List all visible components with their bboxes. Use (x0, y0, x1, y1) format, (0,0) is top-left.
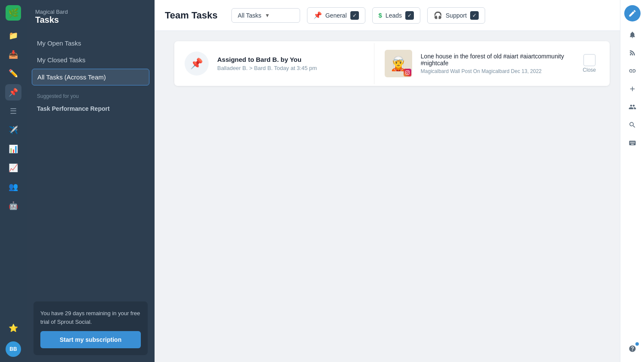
check-icon-leads: ✓ (405, 11, 414, 20)
task-card-left: 📌 Assigned to Bard B. by You Balladeer B… (174, 43, 374, 84)
task-meta: Balladeer B. > Bard B. Today at 3:45 pm (217, 65, 317, 71)
sidebar-nav: My Open Tasks My Closed Tasks All Tasks … (27, 35, 155, 85)
rail-icon-send[interactable]: ✈️ (5, 122, 21, 138)
sidebar-item-closed-tasks[interactable]: My Closed Tasks (32, 52, 149, 68)
chevron-down-icon: ▼ (265, 12, 270, 18)
sidebar-item-open-tasks[interactable]: My Open Tasks (32, 35, 149, 51)
check-icon-general: ✓ (350, 11, 359, 20)
instagram-icon (404, 69, 411, 76)
rail-icon-team[interactable]: 👥 (5, 179, 21, 195)
user-avatar[interactable]: BB (6, 341, 21, 357)
topbar: Team Tasks All Tasks ▼ 📌 General ✓ $ Lea… (155, 0, 620, 31)
rail-icon-list[interactable]: ☰ (5, 103, 21, 119)
task-right-info: Lone house in the forest of old #aiart #… (421, 53, 571, 74)
rail-icon-bot[interactable]: 🤖 (5, 198, 21, 214)
page-title: Team Tasks (165, 10, 218, 21)
right-rail (620, 0, 644, 362)
link-button[interactable] (624, 63, 641, 79)
start-subscription-button[interactable]: Start my subscription (40, 331, 141, 348)
task-type-icon: 📌 (185, 52, 209, 76)
trial-box: You have 29 days remaining in your free … (33, 301, 148, 355)
sidebar-item-label: My Open Tasks (37, 40, 81, 47)
close-checkbox[interactable] (583, 54, 595, 66)
content-area: 📌 Assigned to Bard B. by You Balladeer B… (155, 31, 620, 362)
sidebar-item-label: All Tasks (Across Team) (37, 73, 106, 81)
rail-icon-star[interactable]: ⭐ (5, 320, 21, 336)
sidebar-section-suggested: Suggested for you (27, 85, 155, 102)
check-icon-support: ✓ (470, 11, 479, 20)
sidebar: Magical Bard Tasks My Open Tasks My Clos… (27, 0, 155, 362)
rail-icon-compose[interactable]: ✏️ (5, 65, 21, 82)
headset-icon: 🎧 (434, 11, 442, 19)
rail-icon-reports[interactable]: 📈 (5, 160, 21, 176)
compose-button[interactable] (624, 5, 641, 21)
main-content: Team Tasks All Tasks ▼ 📌 General ✓ $ Lea… (155, 0, 620, 362)
trial-text: You have 29 days remaining in your free … (40, 309, 141, 326)
task-title: Assigned to Bard B. by You (217, 56, 317, 63)
close-task-button[interactable]: Close (579, 51, 599, 76)
task-info: Assigned to Bard B. by You Balladeer B. … (217, 56, 317, 71)
notifications-button[interactable] (624, 27, 641, 43)
rail-icon-folder[interactable]: 📁 (5, 27, 21, 44)
add-button[interactable] (624, 81, 641, 97)
brand-name: Magical Bard (35, 9, 146, 15)
help-button[interactable] (624, 341, 641, 357)
team-button[interactable] (624, 99, 641, 115)
sidebar-item-label: My Closed Tasks (37, 56, 85, 64)
feed-button[interactable] (624, 45, 641, 61)
filter-tag-leads[interactable]: $ Leads ✓ (372, 7, 421, 24)
rail-icon-tasks[interactable]: 📌 (5, 84, 21, 100)
keyboard-button[interactable] (624, 135, 641, 151)
filter-label-general: General (325, 12, 347, 19)
filter-tag-support[interactable]: 🎧 Support ✓ (427, 7, 485, 24)
rail-icon-analytics[interactable]: 📊 (5, 141, 21, 157)
task-card: 📌 Assigned to Bard B. by You Balladeer B… (174, 41, 610, 86)
sidebar-item-performance-report[interactable]: Task Performance Report (27, 102, 155, 116)
task-preview-image: 🧝 (385, 50, 412, 77)
task-card-right: 🧝 Lone house in the forest of old #aiart… (374, 41, 610, 86)
dollar-icon: $ (379, 12, 382, 19)
task-preview-text: Lone house in the forest of old #aiart #… (421, 53, 571, 67)
rail-icon-inbox[interactable]: 📥 (5, 46, 21, 63)
filter-dropdown-label: All Tasks (238, 12, 261, 19)
brand-title: Tasks (35, 15, 146, 25)
search-button[interactable] (624, 117, 641, 133)
app-logo[interactable]: 🌿 (6, 5, 21, 21)
sidebar-item-all-tasks[interactable]: All Tasks (Across Team) (32, 69, 149, 85)
all-tasks-dropdown[interactable]: All Tasks ▼ (231, 8, 300, 23)
help-badge (635, 342, 639, 346)
close-label: Close (583, 67, 596, 73)
filter-label-leads: Leads (386, 12, 402, 19)
sidebar-brand: Magical Bard Tasks (27, 9, 155, 35)
pin-icon: 📌 (313, 11, 322, 19)
filter-label-support: Support (446, 12, 467, 19)
filter-tag-general[interactable]: 📌 General ✓ (307, 7, 365, 24)
icon-rail: 🌿 📁 📥 ✏️ 📌 ☰ ✈️ 📊 📈 👥 🤖 ⭐ BB (0, 0, 27, 362)
task-preview-source: Magicalbard Wall Post On Magicalbard Dec… (421, 68, 571, 74)
